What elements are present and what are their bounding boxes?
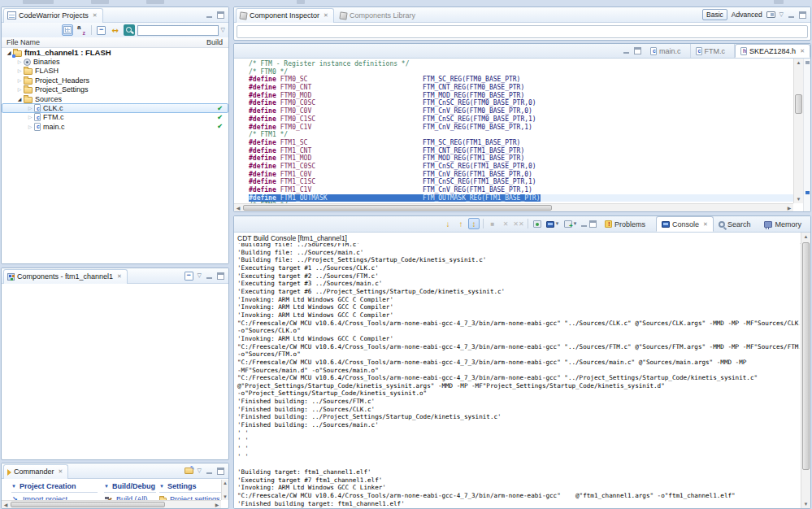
commander-section-header[interactable]: ▼ Settings bbox=[159, 482, 221, 493]
code-line[interactable]: #defineFTM0_C0VFTM_CnV_REG(FTM0_BASE_PTR… bbox=[249, 107, 793, 115]
code-line[interactable]: /* FTM - Register instance definitions *… bbox=[249, 60, 793, 68]
maximize-button[interactable] bbox=[217, 272, 224, 280]
tree-item[interactable]: ftm1_channel1 : FLASH bbox=[2, 48, 228, 57]
close-icon[interactable]: ✕ bbox=[59, 468, 63, 475]
tab-codewarrior-projects[interactable]: CodeWarrior Projects ✕ bbox=[3, 8, 103, 23]
minimize-button[interactable] bbox=[623, 47, 630, 54]
expand-arrow-icon[interactable] bbox=[26, 112, 34, 122]
code-line[interactable]: #defineFTM0_MODFTM_MOD_REG(FTM0_BASE_PTR… bbox=[249, 92, 793, 100]
basic-button[interactable]: Basic bbox=[702, 9, 727, 20]
view-tab[interactable]: Console ✕ bbox=[656, 216, 714, 232]
scroll-down-arrow[interactable]: ▼ bbox=[794, 196, 803, 202]
scrollbar-thumb[interactable] bbox=[11, 502, 165, 507]
code-line[interactable]: #defineFTM0_CNTFTM_CNT_REG(FTM0_BASE_PTR… bbox=[249, 84, 793, 92]
commander-section-header[interactable]: ▼ Project Creation bbox=[11, 482, 98, 493]
maximize-button[interactable] bbox=[217, 468, 224, 475]
view-menu-icon[interactable]: ▽ bbox=[221, 27, 225, 33]
monitor-icon[interactable] bbox=[766, 11, 775, 18]
scroll-right-arrow[interactable]: ▶ bbox=[213, 501, 221, 508]
code-line[interactable]: #defineFTM1_C1SCFTM_CnSC_REG(FTM1_BASE_P… bbox=[249, 178, 793, 186]
tree-item[interactable]: Binaries bbox=[2, 57, 228, 66]
code-editor[interactable]: /* FTM - Register instance definitions *… bbox=[234, 59, 793, 203]
scrollbar-thumb[interactable] bbox=[802, 242, 810, 470]
code-line[interactable]: #defineFTM0_C1SCFTM_CnSC_REG(FTM0_BASE_P… bbox=[249, 115, 793, 124]
console-vertical-scrollbar[interactable]: ▲ ▼ bbox=[801, 233, 810, 508]
scrollbar-thumb[interactable] bbox=[795, 94, 802, 114]
expand-arrow-icon[interactable] bbox=[15, 76, 24, 85]
close-icon[interactable]: ✕ bbox=[323, 12, 328, 19]
maximize-button[interactable] bbox=[634, 47, 641, 54]
tree-item[interactable]: FTM.c ✔ bbox=[2, 113, 228, 122]
maximize-button[interactable] bbox=[217, 11, 224, 19]
display-console-button[interactable]: ▼ bbox=[545, 218, 561, 229]
tab-components[interactable]: Components - ftm1_channel1 ✕ bbox=[3, 269, 128, 284]
code-line[interactable]: /* FTM1 */ bbox=[249, 131, 793, 139]
view-mode-button[interactable] bbox=[62, 24, 73, 36]
editor-tab[interactable]: main.c bbox=[645, 44, 691, 58]
code-line[interactable]: #defineFTM0_SCFTM_SC_REG(FTM0_BASE_PTR) bbox=[249, 76, 793, 84]
view-menu-icon[interactable]: ▽ bbox=[779, 11, 784, 18]
code-line[interactable]: #defineFTM1_SCFTM_SC_REG(FTM1_BASE_PTR) bbox=[249, 139, 793, 147]
expand-arrow-icon[interactable] bbox=[15, 66, 24, 76]
minimize-button[interactable] bbox=[580, 220, 588, 228]
commander-horizontal-scrollbar[interactable]: ◀ ▶ bbox=[2, 500, 221, 508]
close-icon[interactable]: ✕ bbox=[117, 273, 122, 280]
console-output[interactable]: 'Building file: ../Sources/FTM.c' 'Build… bbox=[234, 243, 800, 508]
scroll-lock-icon[interactable]: ↕ bbox=[468, 218, 480, 229]
scroll-down-arrow[interactable]: ▼ bbox=[801, 501, 810, 507]
sort-button[interactable] bbox=[76, 24, 87, 36]
view-menu-icon[interactable]: ▽ bbox=[198, 272, 202, 279]
minimize-button[interactable] bbox=[788, 11, 795, 19]
scroll-up-arrow[interactable]: ▲ bbox=[801, 233, 810, 240]
scroll-left-arrow[interactable]: ◀ bbox=[234, 204, 242, 211]
scrollbar-thumb[interactable] bbox=[243, 205, 552, 211]
scroll-up-arrow[interactable]: ▲ bbox=[222, 480, 228, 486]
code-line[interactable]: #defineFTM1_C1VFTM_CnV_REG(FTM1_BASE_PTR… bbox=[249, 186, 793, 194]
expand-arrow-icon[interactable] bbox=[26, 103, 34, 113]
tab-components-library[interactable]: Components Library bbox=[336, 8, 421, 23]
tree-item[interactable]: CLK.c ✔ bbox=[2, 103, 228, 112]
commander-vertical-scrollbar[interactable]: ▲ ▼ bbox=[221, 480, 228, 500]
overview-marker[interactable] bbox=[805, 61, 810, 64]
close-icon[interactable]: ✕ bbox=[93, 12, 98, 19]
code-line[interactable]: #defineFTM1_MODFTM_MOD_REG(FTM1_BASE_PTR… bbox=[249, 154, 793, 163]
collapse-all-button[interactable] bbox=[96, 24, 107, 36]
commander-section-header[interactable]: ▼ Build/Debug bbox=[104, 482, 156, 493]
minimize-button[interactable] bbox=[206, 272, 213, 280]
tab-commander[interactable]: Commander ✕ bbox=[3, 464, 68, 479]
view-tab[interactable]: Memory bbox=[759, 216, 810, 232]
code-line[interactable]: #defineFTM1_OUTMASKFTM_OUTMASK_REG(FTM1_… bbox=[249, 194, 793, 202]
code-line[interactable]: #defineFTM1_C0SCFTM_CnSC_REG(FTM1_BASE_P… bbox=[249, 163, 793, 171]
expand-arrow-icon[interactable] bbox=[15, 57, 24, 67]
minimize-button[interactable] bbox=[206, 468, 213, 475]
pin-console-button[interactable] bbox=[532, 218, 543, 229]
tree-item[interactable]: FLASH bbox=[2, 67, 228, 76]
code-line[interactable]: #defineFTM0_C0SCFTM_CnSC_REG(FTM0_BASE_P… bbox=[249, 99, 793, 107]
scroll-left-arrow[interactable]: ◀ bbox=[2, 501, 10, 508]
editor-horizontal-scrollbar[interactable]: ◀ ▶ bbox=[234, 203, 793, 211]
link-editor-button[interactable]: ↔ bbox=[110, 24, 121, 36]
editor-tab[interactable]: SKEAZ1284.h ✕ bbox=[735, 44, 810, 58]
overview-marker-selection[interactable] bbox=[805, 191, 810, 194]
view-tab[interactable]: Search bbox=[714, 216, 760, 232]
code-line[interactable]: #defineFTM1_C0VFTM_CnV_REG(FTM1_BASE_PTR… bbox=[249, 171, 793, 179]
view-tab[interactable]: Problems bbox=[600, 216, 654, 232]
code-line[interactable]: #defineFTM0_C1VFTM_CnV_REG(FTM0_BASE_PTR… bbox=[249, 124, 793, 132]
tree-item[interactable]: Sources bbox=[2, 94, 228, 103]
minimize-button[interactable] bbox=[206, 11, 213, 19]
tab-component-inspector[interactable]: Component Inspector ✕ bbox=[236, 8, 334, 23]
scroll-up-icon[interactable]: ↑ bbox=[455, 218, 467, 229]
tree-item[interactable]: Project_Headers bbox=[2, 76, 228, 85]
collapse-all-icon[interactable] bbox=[185, 272, 193, 281]
expand-arrow-icon[interactable] bbox=[15, 85, 24, 94]
filter-input[interactable] bbox=[137, 25, 219, 36]
overview-ruler[interactable] bbox=[803, 59, 810, 211]
scroll-down-icon[interactable]: ↓ bbox=[442, 218, 454, 229]
view-menu-icon[interactable]: ▽ bbox=[198, 468, 202, 474]
code-line[interactable]: #defineFTM1_CNTFTM_CNT_REG(FTM1_BASE_PTR… bbox=[249, 147, 793, 155]
editor-tab[interactable]: FTM.c bbox=[691, 44, 736, 58]
code-line[interactable]: /* FTM0 */ bbox=[249, 68, 793, 76]
column-header-build[interactable]: Build bbox=[206, 38, 223, 46]
scroll-up-arrow[interactable]: ▲ bbox=[794, 59, 803, 66]
column-header-file-name[interactable]: File Name bbox=[7, 38, 40, 46]
